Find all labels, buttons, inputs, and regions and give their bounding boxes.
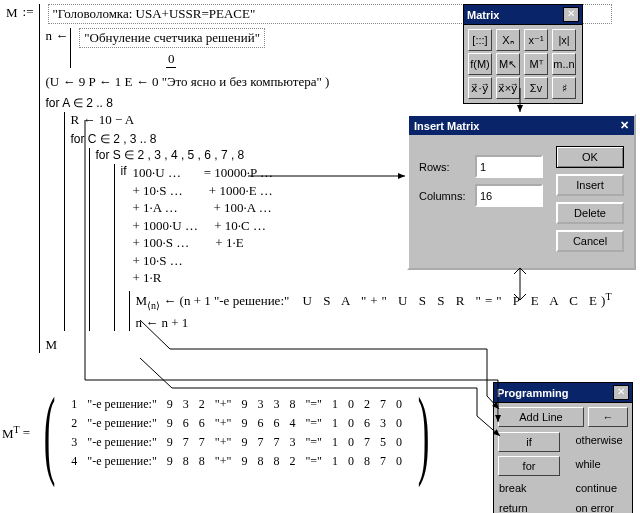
matrix-op-button[interactable]: M↖ bbox=[496, 53, 520, 75]
matrix-op-button[interactable]: f(M) bbox=[468, 53, 492, 75]
result-cell: 2 bbox=[359, 395, 375, 414]
return-M: M bbox=[46, 337, 612, 353]
matrix-palette-body: [:::]Xₙx⁻¹|x|f(M)M↖Mᵀm..nx⃗·y⃗x⃗×y⃗Σv♯ bbox=[463, 25, 583, 104]
result-cell: 6 bbox=[268, 414, 284, 433]
result-cell: 7 bbox=[178, 433, 194, 452]
cols-input[interactable] bbox=[475, 184, 543, 207]
prog-if-button[interactable]: if bbox=[498, 432, 560, 452]
result-cell: 9 bbox=[236, 433, 252, 452]
result-cell: 0 bbox=[391, 395, 407, 414]
matrix-op-button[interactable]: x⃗·y⃗ bbox=[468, 77, 492, 99]
result-cell: 0 bbox=[343, 452, 359, 471]
matrix-op-button[interactable]: x⁻¹ bbox=[524, 29, 548, 51]
matrix-op-button[interactable]: Mᵀ bbox=[524, 53, 548, 75]
rows-input[interactable] bbox=[475, 155, 543, 178]
programming-palette: Programming✕ Add Line ← ifotherwiseforwh… bbox=[493, 382, 633, 513]
matrix-op-button[interactable]: Xₙ bbox=[496, 29, 520, 51]
rows-label: Rows: bbox=[419, 161, 475, 173]
cols-label: Columns: bbox=[419, 190, 475, 202]
result-cell: 0 bbox=[343, 433, 359, 452]
prog-break-button[interactable]: break bbox=[497, 479, 565, 497]
result-cell: 9 bbox=[162, 452, 178, 471]
close-icon[interactable]: ✕ bbox=[613, 385, 629, 400]
prog-return-button[interactable]: return bbox=[497, 499, 565, 513]
result-cell: 1 bbox=[327, 414, 343, 433]
result-cell: 8 bbox=[252, 452, 268, 471]
matrix-palette: Matrix✕ [:::]Xₙx⁻¹|x|f(M)M↖Mᵀm..nx⃗·y⃗x⃗… bbox=[463, 4, 583, 104]
result-cell: 3 bbox=[268, 395, 284, 414]
result-cell: 8 bbox=[268, 452, 284, 471]
result-cell: 9 bbox=[162, 395, 178, 414]
n-incr: n ← n + 1 bbox=[136, 315, 612, 331]
cancel-button[interactable]: Cancel bbox=[556, 230, 624, 252]
result-cell: "-е решение:" bbox=[82, 395, 162, 414]
matrix-op-button[interactable]: x⃗×y⃗ bbox=[496, 77, 520, 99]
result-cell: 5 bbox=[375, 433, 391, 452]
n-init: 0 bbox=[166, 51, 177, 68]
result-cell: 7 bbox=[268, 433, 284, 452]
result-cell: 1 bbox=[327, 452, 343, 471]
result-cell: "+" bbox=[210, 414, 237, 433]
result-cell: 8 bbox=[284, 395, 300, 414]
prog-for-button[interactable]: for bbox=[498, 456, 560, 476]
result-cell: 9 bbox=[236, 414, 252, 433]
result-cell: 6 bbox=[178, 414, 194, 433]
matrix-op-button[interactable]: m..n bbox=[552, 53, 576, 75]
matrix-op-button[interactable]: [:::] bbox=[468, 29, 492, 51]
solution-vector: U S A "+" U S S R "=" P E A C E bbox=[303, 293, 601, 308]
insert-matrix-dialog: Insert Matrix✕ Rows: Columns: OK Insert … bbox=[407, 114, 636, 270]
result-table: 1"-е решение:"932"+"9338"="102702"-е реш… bbox=[66, 395, 407, 471]
programming-title: Programming bbox=[497, 387, 613, 399]
prog-on-error-button[interactable]: on error bbox=[573, 499, 629, 513]
result-cell: 7 bbox=[375, 452, 391, 471]
insert-button[interactable]: Insert bbox=[556, 174, 624, 196]
if-kw: if bbox=[121, 164, 127, 178]
result-cell: 7 bbox=[375, 395, 391, 414]
result-cell: "-е решение:" bbox=[82, 414, 162, 433]
result-cell: 7 bbox=[359, 433, 375, 452]
prog-otherwise-button[interactable]: otherwise bbox=[573, 431, 629, 453]
result-cell: 2 bbox=[284, 452, 300, 471]
result-cell: 1 bbox=[66, 395, 82, 414]
var-M: M bbox=[4, 4, 20, 22]
result-cell: 3 bbox=[252, 395, 268, 414]
result-cell: 9 bbox=[236, 452, 252, 471]
assign-op: := bbox=[20, 4, 37, 20]
row-assign: M⟨n⟩ ← (n + 1 "-е решение:" U S A "+" U … bbox=[136, 291, 612, 311]
result-cell: 3 bbox=[375, 414, 391, 433]
result-cell: "+" bbox=[210, 395, 237, 414]
result-cell: 0 bbox=[391, 452, 407, 471]
matrix-op-button[interactable]: |x| bbox=[552, 29, 576, 51]
close-icon[interactable]: ✕ bbox=[620, 119, 629, 132]
result-cell: 9 bbox=[162, 433, 178, 452]
equation-block: 100·U … = 10000·P … + 10·S … + 1000·E … … bbox=[133, 164, 273, 287]
result-cell: 3 bbox=[178, 395, 194, 414]
result-cell: 6 bbox=[194, 414, 210, 433]
result-cell: 9 bbox=[162, 414, 178, 433]
result-cell: 2 bbox=[194, 395, 210, 414]
result-cell: "=" bbox=[300, 433, 327, 452]
prog-continue-button[interactable]: continue bbox=[573, 479, 629, 497]
result-cell: 0 bbox=[391, 433, 407, 452]
back-button[interactable]: ← bbox=[588, 407, 628, 427]
prog-while-button[interactable]: while bbox=[573, 455, 629, 477]
result-cell: 7 bbox=[194, 433, 210, 452]
result-cell: 6 bbox=[252, 414, 268, 433]
add-line-button[interactable]: Add Line bbox=[498, 407, 584, 427]
result-cell: 3 bbox=[66, 433, 82, 452]
result-cell: 6 bbox=[359, 414, 375, 433]
result-cell: 2 bbox=[66, 414, 82, 433]
result-cell: "=" bbox=[300, 452, 327, 471]
result-cell: "-е решение:" bbox=[82, 452, 162, 471]
ok-button[interactable]: OK bbox=[556, 146, 624, 168]
result-matrix: MT = ( 1"-е решение:"932"+"9338"="102702… bbox=[2, 388, 440, 478]
result-cell: 8 bbox=[359, 452, 375, 471]
close-icon[interactable]: ✕ bbox=[563, 7, 579, 22]
matrix-op-button[interactable]: Σv bbox=[524, 77, 548, 99]
delete-button[interactable]: Delete bbox=[556, 202, 624, 224]
result-cell: 4 bbox=[284, 414, 300, 433]
result-cell: 0 bbox=[343, 414, 359, 433]
matrix-op-button[interactable]: ♯ bbox=[552, 77, 576, 99]
result-cell: "+" bbox=[210, 452, 237, 471]
result-label: MT bbox=[2, 424, 20, 442]
